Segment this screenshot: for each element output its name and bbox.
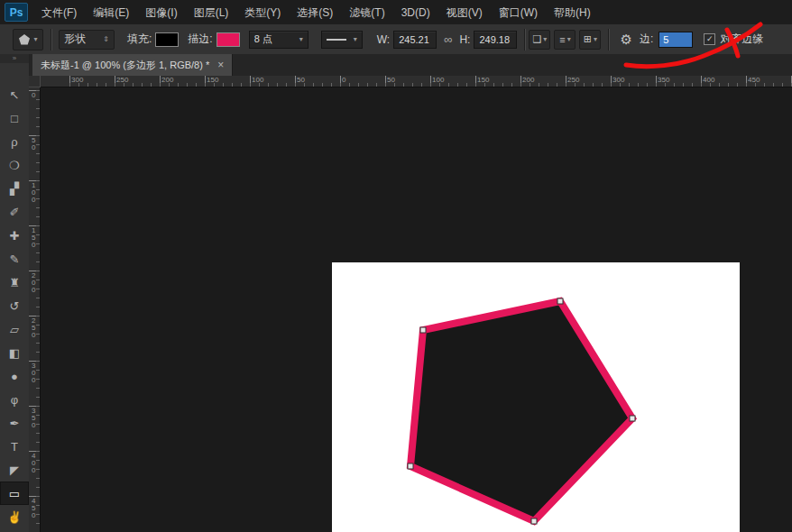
- ruler-h-label: 100: [432, 76, 444, 84]
- history-brush-tool[interactable]: ↺: [0, 294, 29, 317]
- height-label: H:: [459, 33, 470, 46]
- ruler-h-label: 100: [252, 76, 263, 84]
- dodge-tool[interactable]: φ: [0, 388, 29, 411]
- width-label: W:: [377, 33, 390, 46]
- path-selection-tool[interactable]: ◤: [0, 458, 29, 482]
- ruler-h-label: 350: [658, 76, 669, 84]
- anchor-point[interactable]: [557, 298, 563, 304]
- menu-item-0[interactable]: 文件(F): [33, 1, 85, 24]
- dodge-tool-icon: φ: [11, 393, 18, 407]
- menu-item-6[interactable]: 滤镜(T): [341, 1, 392, 24]
- ruler-v-label: 1 0 0: [32, 182, 35, 204]
- ruler-h-label: 400: [703, 76, 714, 84]
- sides-input[interactable]: 5: [658, 32, 693, 48]
- menu-item-7[interactable]: 3D(D): [393, 1, 438, 24]
- crop-tool[interactable]: ▞: [0, 177, 29, 200]
- brush-tool[interactable]: ✎: [0, 247, 29, 271]
- ruler-h-label: 250: [116, 76, 128, 84]
- separator: [51, 29, 51, 50]
- lasso-tool[interactable]: ρ: [0, 130, 29, 153]
- chevron-down-icon: ▾: [543, 35, 547, 43]
- menu-item-5[interactable]: 选择(S): [289, 1, 341, 24]
- ruler-h-label: 150: [477, 76, 489, 84]
- crop-tool-icon: ▞: [10, 182, 19, 196]
- pen-tool[interactable]: ✒: [0, 411, 29, 435]
- anchor-point[interactable]: [630, 416, 635, 421]
- align-edges-checkbox[interactable]: ✓: [704, 33, 715, 45]
- pen-tool-icon: ✒: [10, 417, 20, 430]
- eyedropper-tool[interactable]: ✐: [0, 200, 29, 224]
- pentagon-shape[interactable]: [410, 301, 632, 521]
- blur-tool[interactable]: ●: [0, 364, 29, 388]
- eraser-tool[interactable]: ▱: [0, 317, 29, 341]
- stroke-swatch[interactable]: [216, 32, 240, 47]
- hand-tool[interactable]: ✌: [0, 505, 29, 528]
- shape-tool[interactable]: ▭: [0, 482, 29, 505]
- ruler-h-label: 200: [522, 76, 534, 84]
- clone-stamp-tool[interactable]: ♜: [0, 271, 29, 294]
- updown-arrows-icon: ⇕: [103, 35, 109, 43]
- tool-mode-dropdown[interactable]: 形状 ⇕: [59, 30, 115, 50]
- ruler-h-label: 50: [297, 76, 305, 84]
- chevron-down-icon: ▾: [354, 35, 357, 43]
- ruler-h-label: 200: [161, 76, 173, 84]
- anchor-point[interactable]: [531, 518, 537, 524]
- type-tool-icon: T: [11, 440, 18, 454]
- pentagon-shape-layer: [41, 87, 792, 532]
- path-arrange-icon: ⊞: [584, 33, 592, 45]
- menu-items: 文件(F)编辑(E)图像(I)图层(L)类型(Y)选择(S)滤镜(T)3D(D)…: [33, 1, 599, 24]
- spot-healing-brush-tool-icon: ✚: [10, 229, 20, 243]
- ruler-v-label: 1 5 0: [32, 227, 35, 249]
- align-edges-label: 对齐边缘: [720, 32, 763, 47]
- anchor-point[interactable]: [420, 327, 426, 333]
- ruler-h-label: 450: [748, 76, 760, 84]
- separator: [524, 29, 525, 50]
- menu-item-1[interactable]: 编辑(E): [85, 1, 137, 24]
- document-tab[interactable]: 未标题-1 @ 100% (多边形 1, RGB/8) * ×: [32, 54, 233, 76]
- stroke-width-dropdown[interactable]: 8 点 ▾: [249, 31, 309, 49]
- stroke-style-dropdown[interactable]: ▾: [321, 31, 363, 49]
- gradient-tool[interactable]: ◧: [0, 341, 29, 364]
- path-operations-button[interactable]: ❑ ▾: [529, 30, 550, 50]
- type-tool[interactable]: T: [0, 435, 29, 458]
- eraser-tool-icon: ▱: [10, 323, 19, 336]
- menu-item-4[interactable]: 类型(Y): [236, 1, 289, 24]
- tab-close-icon[interactable]: ×: [217, 59, 224, 71]
- quick-selection-tool[interactable]: ❍: [0, 153, 29, 177]
- spot-healing-brush-tool[interactable]: ✚: [0, 224, 29, 247]
- path-arrange-button[interactable]: ⊞ ▾: [579, 30, 601, 50]
- tool-preset-button[interactable]: ▾: [13, 29, 43, 50]
- menu-item-3[interactable]: 图层(L): [186, 1, 237, 24]
- fill-swatch[interactable]: [155, 32, 179, 47]
- check-icon: ✓: [706, 35, 714, 43]
- toolbar-collapse-icon[interactable]: »: [0, 54, 29, 63]
- blur-tool-icon: ●: [11, 370, 18, 383]
- quick-selection-tool-icon: ❍: [9, 159, 20, 172]
- path-alignment-button[interactable]: ≡ ▾: [554, 30, 576, 50]
- menu-item-8[interactable]: 视图(V): [438, 1, 491, 24]
- menu-item-2[interactable]: 图像(I): [137, 1, 185, 24]
- anchor-point[interactable]: [408, 463, 413, 469]
- link-dimensions-icon[interactable]: ∞: [444, 32, 452, 46]
- stroke-width-value: 8 点: [254, 32, 272, 46]
- tool-mode-label: 形状: [64, 32, 86, 47]
- move-tool-icon: ↖: [10, 88, 20, 102]
- move-tool[interactable]: ↖: [0, 83, 29, 106]
- horizontal-ruler: 3002502001501005005010015020025030035040…: [41, 76, 792, 87]
- photoshop-logo-icon: Ps: [5, 3, 28, 22]
- path-alignment-icon: ≡: [559, 34, 565, 45]
- fill-label: 填充:: [127, 32, 152, 47]
- rectangular-marquee-tool[interactable]: □: [0, 106, 29, 130]
- canvas-area[interactable]: [41, 87, 792, 532]
- chevron-down-icon: ▾: [594, 35, 597, 43]
- brush-tool-icon: ✎: [10, 252, 20, 266]
- menu-item-9[interactable]: 窗口(W): [491, 1, 546, 24]
- ruler-v-label: 0: [32, 92, 35, 99]
- width-input[interactable]: 245.21: [393, 31, 437, 49]
- height-value: 249.18: [479, 34, 510, 45]
- height-input[interactable]: 249.18: [474, 31, 517, 49]
- gear-icon[interactable]: ⚙: [620, 32, 631, 48]
- menu-item-10[interactable]: 帮助(H): [546, 1, 599, 24]
- history-brush-tool-icon: ↺: [10, 299, 20, 313]
- chevron-down-icon: ▾: [299, 35, 303, 43]
